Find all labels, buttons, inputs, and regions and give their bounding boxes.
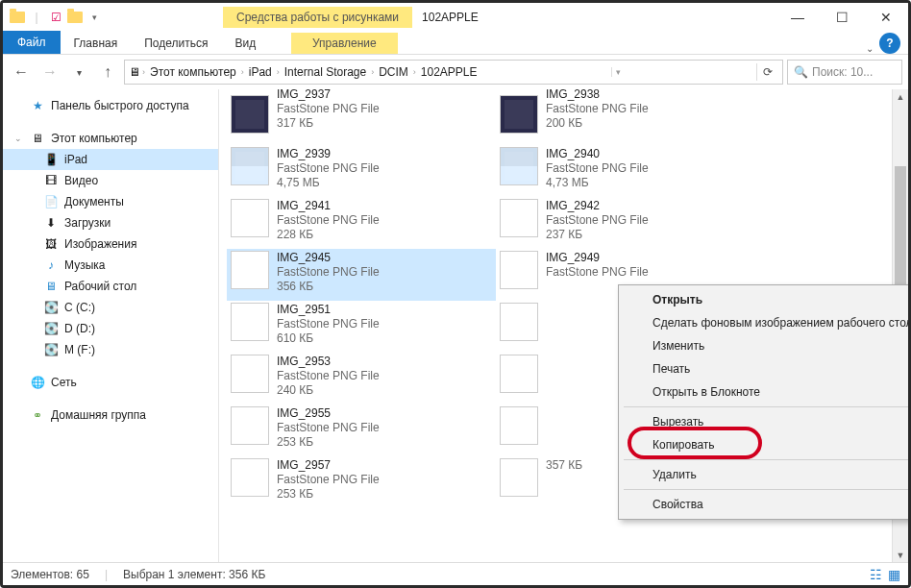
nav-this-pc[interactable]: ⌄🖥Этот компьютер xyxy=(3,128,218,149)
menu-open[interactable]: Открыть xyxy=(622,288,908,311)
scroll-up-icon[interactable]: ▲ xyxy=(893,89,908,106)
menu-set-wallpaper[interactable]: Сделать фоновым изображением рабочего ст… xyxy=(622,311,908,334)
file-item[interactable]: IMG_2938 FastStone PNG File 200 КБ xyxy=(496,93,765,145)
menu-copy[interactable]: Копировать xyxy=(622,433,908,456)
chevron-right-icon[interactable]: › xyxy=(277,67,280,77)
file-item[interactable]: IMG_2957 FastStone PNG File 253 КБ xyxy=(227,456,496,508)
nav-drive-d[interactable]: 💽D (D:) xyxy=(3,318,218,339)
pc-icon: 🖥 xyxy=(129,65,140,79)
menu-print[interactable]: Печать xyxy=(622,357,908,380)
file-type: FastStone PNG File xyxy=(277,369,380,383)
file-size: 240 КБ xyxy=(277,383,380,398)
breadcrumb[interactable]: 102APPLE xyxy=(418,63,480,81)
qat-dropdown-icon[interactable]: ▾ xyxy=(86,9,103,26)
file-type: FastStone PNG File xyxy=(277,213,380,228)
chevron-right-icon[interactable]: › xyxy=(371,67,374,77)
file-name: IMG_2953 xyxy=(277,355,380,369)
file-list: IMG_2937 FastStone PNG File 317 КБ IMG_2… xyxy=(219,89,908,564)
file-item[interactable]: IMG_2955 FastStone PNG File 253 КБ xyxy=(227,404,496,456)
file-size: 253 КБ xyxy=(277,487,380,502)
file-item[interactable]: IMG_2941 FastStone PNG File 228 КБ xyxy=(227,197,496,249)
nav-documents[interactable]: 📄Документы xyxy=(3,191,218,212)
nav-quick-access[interactable]: ★Панель быстрого доступа xyxy=(3,95,218,116)
file-item[interactable]: IMG_2937 FastStone PNG File 317 КБ xyxy=(227,93,496,145)
nav-up-button[interactable]: ↑ xyxy=(95,60,120,85)
file-item[interactable]: IMG_2951 FastStone PNG File 610 КБ xyxy=(227,301,496,353)
addr-dropdown-icon[interactable]: ▾ xyxy=(611,67,625,77)
tab-view[interactable]: Вид xyxy=(221,33,269,54)
file-item[interactable]: IMG_2942 FastStone PNG File 237 КБ xyxy=(496,197,765,249)
nav-drive-m[interactable]: 💽M (F:) xyxy=(3,339,218,360)
nav-homegroup[interactable]: ⚭Домашняя группа xyxy=(3,404,218,426)
address-row: ← → ▾ ↑ 🖥 › Этот компьютер › iPad › Inte… xyxy=(3,55,908,89)
tab-home[interactable]: Главная xyxy=(61,33,132,54)
file-thumbnail xyxy=(500,303,538,341)
search-input[interactable]: 🔍 Поиск: 10... xyxy=(787,60,902,85)
address-bar[interactable]: 🖥 › Этот компьютер › iPad › Internal Sto… xyxy=(124,60,783,85)
file-thumbnail xyxy=(500,95,538,134)
help-icon[interactable]: ? xyxy=(879,33,900,54)
file-thumbnail xyxy=(500,406,538,445)
file-item[interactable]: IMG_2953 FastStone PNG File 240 КБ xyxy=(227,353,496,404)
view-thumbnails-icon[interactable]: ▦ xyxy=(888,567,900,582)
file-type: FastStone PNG File xyxy=(277,161,380,176)
file-name: IMG_2957 xyxy=(277,458,380,473)
file-size: 237 КБ xyxy=(546,228,649,242)
file-thumbnail xyxy=(231,147,269,185)
breadcrumb[interactable]: iPad xyxy=(246,63,275,81)
nav-ipad[interactable]: 📱iPad xyxy=(3,149,218,170)
close-button[interactable]: ✕ xyxy=(864,3,908,32)
file-size: 4,73 МБ xyxy=(546,176,649,190)
menu-edit[interactable]: Изменить xyxy=(622,334,908,357)
context-menu: Открыть Сделать фоновым изображением раб… xyxy=(618,284,908,520)
file-item[interactable]: IMG_2939 FastStone PNG File 4,75 МБ xyxy=(227,145,496,197)
folder-icon-2[interactable] xyxy=(66,9,84,26)
refresh-icon[interactable]: ⟳ xyxy=(756,63,778,81)
folder-icon xyxy=(9,9,26,26)
file-type: FastStone PNG File xyxy=(277,473,380,487)
menu-delete[interactable]: Удалить xyxy=(622,463,908,486)
chevron-right-icon[interactable]: › xyxy=(142,67,145,77)
ribbon-tabs: Файл Главная Поделиться Вид Управление ⌄… xyxy=(3,32,908,55)
nav-downloads[interactable]: ⬇Загрузки xyxy=(3,212,218,233)
chevron-right-icon[interactable]: › xyxy=(241,67,244,77)
file-type: FastStone PNG File xyxy=(277,317,380,331)
maximize-button[interactable]: ☐ xyxy=(820,3,864,32)
nav-desktop[interactable]: 🖥Рабочий стол xyxy=(3,276,218,297)
file-thumbnail xyxy=(500,355,538,393)
file-size: 200 КБ xyxy=(546,116,649,131)
nav-pictures[interactable]: 🖼Изображения xyxy=(3,233,218,255)
properties-icon[interactable]: ☑ xyxy=(47,9,64,26)
tab-picture-tools[interactable]: Управление xyxy=(291,33,398,54)
file-tab[interactable]: Файл xyxy=(3,31,61,54)
chevron-right-icon[interactable]: › xyxy=(413,67,416,77)
qat-sep: | xyxy=(28,9,45,26)
breadcrumb[interactable]: Этот компьютер xyxy=(147,63,239,81)
nav-forward-button[interactable]: → xyxy=(37,60,62,85)
file-thumbnail xyxy=(231,95,269,134)
file-item[interactable]: IMG_2945 FastStone PNG File 356 КБ xyxy=(227,249,496,301)
tab-share[interactable]: Поделиться xyxy=(131,33,221,54)
breadcrumb[interactable]: DCIM xyxy=(376,63,411,81)
breadcrumb[interactable]: Internal Storage xyxy=(282,63,369,81)
menu-cut[interactable]: Вырезать xyxy=(622,410,908,433)
file-type: FastStone PNG File xyxy=(277,102,380,116)
status-selection: Выбран 1 элемент: 356 КБ xyxy=(123,568,265,581)
menu-properties[interactable]: Свойства xyxy=(622,493,908,516)
file-thumbnail xyxy=(500,199,538,237)
file-item[interactable]: IMG_2940 FastStone PNG File 4,73 МБ xyxy=(496,145,765,197)
nav-drive-c[interactable]: 💽C (C:) xyxy=(3,297,218,318)
nav-music[interactable]: ♪Музыка xyxy=(3,255,218,276)
nav-back-button[interactable]: ← xyxy=(9,60,34,85)
menu-open-notepad[interactable]: Открыть в Блокноте xyxy=(622,380,908,404)
file-name: IMG_2949 xyxy=(546,251,649,265)
nav-video[interactable]: 🎞Видео xyxy=(3,170,218,191)
file-type: FastStone PNG File xyxy=(546,213,649,228)
file-thumbnail xyxy=(231,303,269,341)
ribbon-expand-icon[interactable]: ⌄ xyxy=(860,43,879,54)
context-title: Средства работы с рисунками xyxy=(223,7,412,28)
nav-network[interactable]: 🌐Сеть xyxy=(3,372,218,393)
view-details-icon[interactable]: ☷ xyxy=(870,567,882,582)
minimize-button[interactable]: — xyxy=(776,3,820,32)
nav-recent-dropdown[interactable]: ▾ xyxy=(66,60,91,85)
